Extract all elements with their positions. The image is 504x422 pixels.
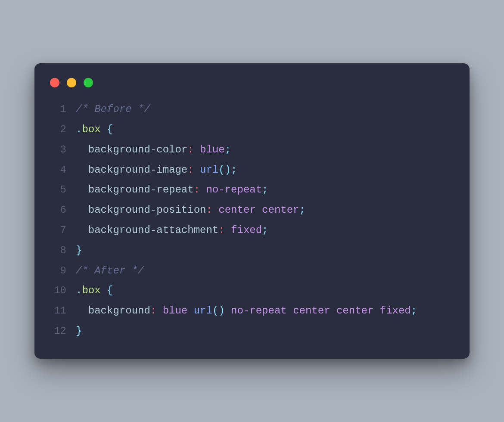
token-sel: box: [82, 124, 100, 135]
token-paren: ): [225, 164, 231, 176]
token-brace: }: [76, 245, 82, 256]
code-line: 2.box {: [47, 120, 457, 140]
traffic-light-minimize-icon[interactable]: [67, 78, 76, 87]
code-line: 8}: [47, 241, 457, 261]
line-content: background: blue url() no-repeat center …: [76, 301, 457, 321]
token-colon: :: [187, 144, 193, 155]
token-prop: background: [88, 305, 150, 316]
code-line: 7 background-attachment: fixed;: [47, 220, 457, 241]
line-content: .box {: [76, 281, 457, 301]
token-value: fixed: [231, 224, 262, 236]
token-comment: /* After */: [76, 265, 144, 276]
token-paren: ): [218, 305, 224, 316]
token-prop: background-color: [88, 144, 187, 155]
traffic-light-close-icon[interactable]: [50, 78, 59, 87]
token-colon: :: [150, 305, 156, 316]
line-content: }: [76, 321, 457, 341]
code-line: 11 background: blue url() no-repeat cent…: [47, 301, 457, 321]
token-value: no-repeat center center fixed: [225, 305, 411, 316]
token-semi: ;: [262, 224, 268, 236]
line-content: background-repeat: no-repeat;: [76, 180, 457, 200]
token-value: blue: [200, 144, 225, 155]
token-paren: (: [218, 164, 224, 176]
token-dot: .: [76, 124, 82, 135]
line-content: .box {: [76, 120, 457, 140]
line-number: 11: [47, 301, 76, 321]
token-func: url: [194, 305, 212, 316]
page-stage: 1/* Before */2.box {3 background-color: …: [0, 0, 504, 422]
line-number: 10: [47, 281, 76, 301]
token-semi: ;: [299, 204, 305, 216]
indent: [76, 184, 88, 195]
traffic-light-maximize-icon[interactable]: [84, 78, 93, 87]
code-line: 3 background-color: blue;: [47, 140, 457, 160]
token-prop: background-attachment: [88, 224, 218, 236]
token-plain: [200, 184, 206, 195]
token-prop: background-repeat: [88, 184, 194, 195]
line-content: }: [76, 241, 457, 261]
token-dot: .: [76, 285, 82, 296]
token-prop: background-position: [88, 204, 206, 216]
indent: [76, 164, 88, 176]
token-func: url: [200, 164, 218, 176]
indent: [76, 305, 88, 316]
token-brace: {: [107, 285, 113, 296]
token-brace: }: [76, 325, 82, 337]
token-colon: :: [218, 224, 224, 236]
token-plain: [156, 305, 162, 316]
code-line: 6 background-position: center center;: [47, 200, 457, 220]
line-number: 4: [47, 160, 76, 180]
token-plain: [194, 144, 200, 155]
code-line: 9/* After */: [47, 261, 457, 281]
line-content: /* After */: [76, 261, 457, 281]
line-number: 12: [47, 321, 76, 341]
line-content: background-attachment: fixed;: [76, 220, 457, 241]
line-number: 3: [47, 140, 76, 160]
line-number: 8: [47, 241, 76, 261]
token-comment: /* Before */: [76, 103, 150, 115]
line-number: 7: [47, 220, 76, 241]
indent: [76, 144, 88, 155]
code-line: 1/* Before */: [47, 99, 457, 120]
code-line: 12}: [47, 321, 457, 341]
line-content: background-color: blue;: [76, 140, 457, 160]
token-value: no-repeat: [206, 184, 262, 195]
token-plain: [212, 204, 218, 216]
code-block: 1/* Before */2.box {3 background-color: …: [47, 99, 457, 341]
token-plain: [225, 224, 231, 236]
traffic-lights: [47, 75, 457, 99]
token-plain: [101, 285, 107, 296]
indent: [76, 204, 88, 216]
token-semi: ;: [262, 184, 268, 195]
token-brace: {: [107, 124, 113, 135]
line-content: background-position: center center;: [76, 200, 457, 220]
line-number: 5: [47, 180, 76, 200]
token-prop: background-image: [88, 164, 187, 176]
code-line: 10.box {: [47, 281, 457, 301]
token-semi: ;: [411, 305, 417, 316]
code-editor-window: 1/* Before */2.box {3 background-color: …: [34, 63, 470, 359]
line-number: 6: [47, 200, 76, 220]
line-number: 2: [47, 120, 76, 140]
token-colon: :: [206, 204, 212, 216]
line-content: /* Before */: [76, 99, 457, 120]
token-colon: :: [187, 164, 193, 176]
line-number: 1: [47, 99, 76, 120]
token-plain: [101, 124, 107, 135]
code-line: 4 background-image: url();: [47, 160, 457, 180]
line-number: 9: [47, 261, 76, 281]
token-value: center center: [218, 204, 299, 216]
token-paren: (: [212, 305, 218, 316]
token-sel: box: [82, 285, 100, 296]
line-content: background-image: url();: [76, 160, 457, 180]
token-colon: :: [194, 184, 200, 195]
indent: [76, 224, 88, 236]
code-line: 5 background-repeat: no-repeat;: [47, 180, 457, 200]
token-value: blue: [163, 305, 194, 316]
token-semi: ;: [225, 144, 231, 155]
token-plain: [194, 164, 200, 176]
token-semi: ;: [231, 164, 237, 176]
